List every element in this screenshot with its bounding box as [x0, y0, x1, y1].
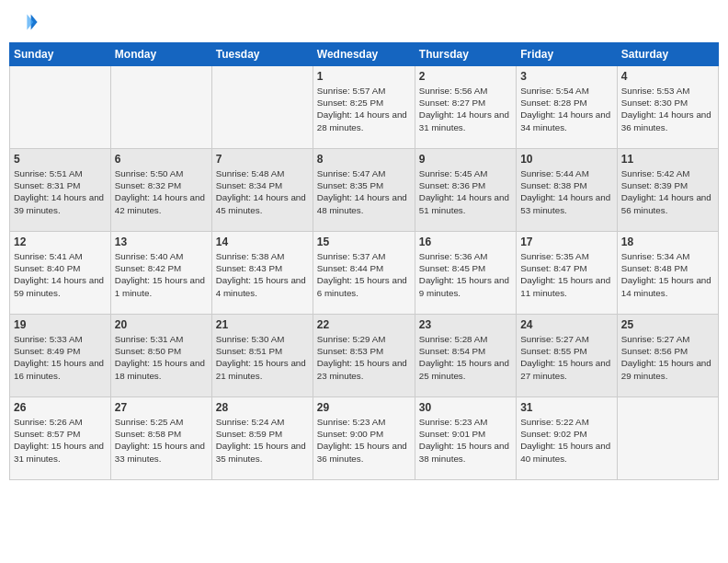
- cell-info: Sunrise: 5:47 AM Sunset: 8:35 PM Dayligh…: [317, 167, 411, 216]
- calendar-cell: 6Sunrise: 5:50 AM Sunset: 8:32 PM Daylig…: [110, 149, 211, 232]
- logo: [13, 9, 40, 35]
- cell-info: Sunrise: 5:27 AM Sunset: 8:55 PM Dayligh…: [520, 333, 613, 382]
- cell-info: Sunrise: 5:54 AM Sunset: 8:28 PM Dayligh…: [520, 85, 613, 133]
- day-header-thursday: Thursday: [415, 43, 516, 66]
- cell-info: Sunrise: 5:40 AM Sunset: 8:42 PM Dayligh…: [115, 250, 208, 299]
- day-number: 11: [621, 153, 714, 166]
- calendar-cell: 4Sunrise: 5:53 AM Sunset: 8:30 PM Daylig…: [617, 66, 718, 149]
- cell-info: Sunrise: 5:41 AM Sunset: 8:40 PM Dayligh…: [14, 250, 107, 299]
- day-number: 18: [621, 236, 714, 248]
- cell-info: Sunrise: 5:27 AM Sunset: 8:56 PM Dayligh…: [621, 333, 714, 382]
- calendar-week-row: 19Sunrise: 5:33 AM Sunset: 8:49 PM Dayli…: [10, 315, 719, 397]
- calendar-cell: [211, 66, 313, 149]
- cell-info: Sunrise: 5:42 AM Sunset: 8:39 PM Dayligh…: [621, 167, 714, 216]
- calendar-cell: 25Sunrise: 5:27 AM Sunset: 8:56 PM Dayli…: [617, 315, 718, 397]
- calendar-cell: 11Sunrise: 5:42 AM Sunset: 8:39 PM Dayli…: [617, 149, 718, 232]
- page-header: [9, 9, 719, 35]
- calendar-cell: 26Sunrise: 5:26 AM Sunset: 8:57 PM Dayli…: [10, 397, 111, 480]
- calendar-cell: [110, 66, 211, 149]
- calendar-cell: 9Sunrise: 5:45 AM Sunset: 8:36 PM Daylig…: [415, 149, 516, 232]
- day-number: 16: [419, 236, 512, 248]
- day-header-saturday: Saturday: [617, 43, 718, 66]
- calendar-cell: [10, 66, 111, 149]
- calendar-header-row: SundayMondayTuesdayWednesdayThursdayFrid…: [10, 43, 719, 66]
- cell-info: Sunrise: 5:50 AM Sunset: 8:32 PM Dayligh…: [115, 167, 208, 216]
- calendar-cell: 27Sunrise: 5:25 AM Sunset: 8:58 PM Dayli…: [110, 397, 211, 480]
- calendar-cell: 7Sunrise: 5:48 AM Sunset: 8:34 PM Daylig…: [211, 149, 313, 232]
- cell-info: Sunrise: 5:57 AM Sunset: 8:25 PM Dayligh…: [317, 85, 411, 133]
- calendar-week-row: 12Sunrise: 5:41 AM Sunset: 8:40 PM Dayli…: [10, 232, 719, 315]
- day-number: 5: [14, 153, 107, 166]
- calendar-cell: 3Sunrise: 5:54 AM Sunset: 8:28 PM Daylig…: [517, 66, 618, 149]
- day-header-sunday: Sunday: [10, 43, 111, 66]
- calendar-cell: 13Sunrise: 5:40 AM Sunset: 8:42 PM Dayli…: [110, 232, 211, 315]
- calendar-cell: 31Sunrise: 5:22 AM Sunset: 9:02 PM Dayli…: [517, 397, 618, 480]
- day-number: 1: [317, 70, 411, 83]
- day-number: 12: [14, 236, 107, 248]
- day-number: 21: [216, 318, 309, 331]
- calendar-cell: 1Sunrise: 5:57 AM Sunset: 8:25 PM Daylig…: [313, 66, 415, 149]
- calendar-week-row: 26Sunrise: 5:26 AM Sunset: 8:57 PM Dayli…: [10, 397, 719, 480]
- day-number: 29: [317, 401, 411, 414]
- day-number: 27: [115, 401, 208, 414]
- day-number: 13: [115, 236, 208, 248]
- day-header-monday: Monday: [110, 43, 211, 66]
- day-number: 31: [520, 401, 613, 414]
- calendar-cell: 29Sunrise: 5:23 AM Sunset: 9:00 PM Dayli…: [313, 397, 415, 480]
- cell-info: Sunrise: 5:45 AM Sunset: 8:36 PM Dayligh…: [419, 167, 512, 216]
- calendar-cell: 23Sunrise: 5:28 AM Sunset: 8:54 PM Dayli…: [415, 315, 516, 397]
- calendar-cell: 21Sunrise: 5:30 AM Sunset: 8:51 PM Dayli…: [211, 315, 313, 397]
- day-number: 7: [216, 153, 309, 166]
- day-header-wednesday: Wednesday: [313, 43, 415, 66]
- calendar-week-row: 1Sunrise: 5:57 AM Sunset: 8:25 PM Daylig…: [10, 66, 719, 149]
- cell-info: Sunrise: 5:26 AM Sunset: 8:57 PM Dayligh…: [14, 416, 107, 465]
- calendar-cell: 14Sunrise: 5:38 AM Sunset: 8:43 PM Dayli…: [211, 232, 313, 315]
- day-number: 30: [419, 401, 512, 414]
- calendar-cell: 16Sunrise: 5:36 AM Sunset: 8:45 PM Dayli…: [415, 232, 516, 315]
- day-number: 6: [115, 153, 208, 166]
- day-number: 25: [621, 318, 714, 331]
- cell-info: Sunrise: 5:48 AM Sunset: 8:34 PM Dayligh…: [216, 167, 309, 216]
- day-number: 23: [419, 318, 512, 331]
- day-number: 20: [115, 318, 208, 331]
- cell-info: Sunrise: 5:24 AM Sunset: 8:59 PM Dayligh…: [216, 416, 309, 465]
- day-number: 28: [216, 401, 309, 414]
- day-number: 24: [520, 318, 613, 331]
- cell-info: Sunrise: 5:29 AM Sunset: 8:53 PM Dayligh…: [317, 333, 411, 382]
- calendar-cell: 17Sunrise: 5:35 AM Sunset: 8:47 PM Dayli…: [517, 232, 618, 315]
- cell-info: Sunrise: 5:23 AM Sunset: 9:00 PM Dayligh…: [317, 416, 411, 465]
- calendar-cell: 18Sunrise: 5:34 AM Sunset: 8:48 PM Dayli…: [617, 232, 718, 315]
- cell-info: Sunrise: 5:30 AM Sunset: 8:51 PM Dayligh…: [216, 333, 309, 382]
- calendar-cell: 28Sunrise: 5:24 AM Sunset: 8:59 PM Dayli…: [211, 397, 313, 480]
- calendar-cell: 19Sunrise: 5:33 AM Sunset: 8:49 PM Dayli…: [10, 315, 111, 397]
- calendar-cell: 15Sunrise: 5:37 AM Sunset: 8:44 PM Dayli…: [313, 232, 415, 315]
- cell-info: Sunrise: 5:44 AM Sunset: 8:38 PM Dayligh…: [520, 167, 613, 216]
- cell-info: Sunrise: 5:25 AM Sunset: 8:58 PM Dayligh…: [115, 416, 208, 465]
- cell-info: Sunrise: 5:33 AM Sunset: 8:49 PM Dayligh…: [14, 333, 107, 382]
- day-number: 4: [621, 70, 714, 83]
- calendar-cell: [617, 397, 718, 480]
- day-header-tuesday: Tuesday: [211, 43, 313, 66]
- day-header-friday: Friday: [517, 43, 618, 66]
- cell-info: Sunrise: 5:36 AM Sunset: 8:45 PM Dayligh…: [419, 250, 512, 299]
- calendar-cell: 10Sunrise: 5:44 AM Sunset: 8:38 PM Dayli…: [517, 149, 618, 232]
- day-number: 15: [317, 236, 411, 248]
- calendar-cell: 30Sunrise: 5:23 AM Sunset: 9:01 PM Dayli…: [415, 397, 516, 480]
- cell-info: Sunrise: 5:31 AM Sunset: 8:50 PM Dayligh…: [115, 333, 208, 382]
- cell-info: Sunrise: 5:23 AM Sunset: 9:01 PM Dayligh…: [419, 416, 512, 465]
- calendar-cell: 22Sunrise: 5:29 AM Sunset: 8:53 PM Dayli…: [313, 315, 415, 397]
- day-number: 10: [520, 153, 613, 166]
- day-number: 8: [317, 153, 411, 166]
- cell-info: Sunrise: 5:22 AM Sunset: 9:02 PM Dayligh…: [520, 416, 613, 465]
- day-number: 3: [520, 70, 613, 83]
- logo-icon: [13, 9, 39, 35]
- calendar-cell: 8Sunrise: 5:47 AM Sunset: 8:35 PM Daylig…: [313, 149, 415, 232]
- cell-info: Sunrise: 5:37 AM Sunset: 8:44 PM Dayligh…: [317, 250, 411, 299]
- day-number: 26: [14, 401, 107, 414]
- calendar-week-row: 5Sunrise: 5:51 AM Sunset: 8:31 PM Daylig…: [10, 149, 719, 232]
- day-number: 9: [419, 153, 512, 166]
- cell-info: Sunrise: 5:38 AM Sunset: 8:43 PM Dayligh…: [216, 250, 309, 299]
- calendar-table: SundayMondayTuesdayWednesdayThursdayFrid…: [9, 42, 719, 480]
- calendar-cell: 20Sunrise: 5:31 AM Sunset: 8:50 PM Dayli…: [110, 315, 211, 397]
- cell-info: Sunrise: 5:53 AM Sunset: 8:30 PM Dayligh…: [621, 85, 714, 133]
